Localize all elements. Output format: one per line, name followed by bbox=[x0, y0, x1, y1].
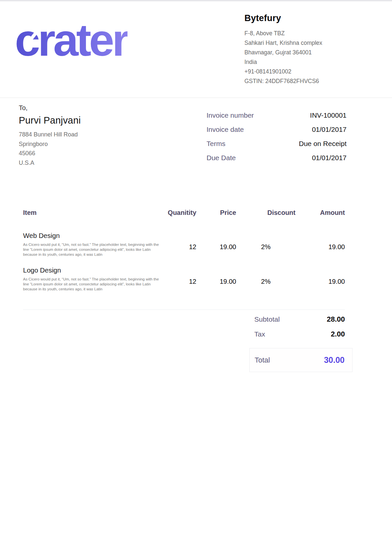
column-header-item: Item bbox=[23, 209, 161, 217]
invoice-number-row: Invoice number INV-100001 bbox=[207, 111, 347, 119]
invoice-page: crater Bytefury F-8, Above TBZ Sahkari H… bbox=[0, 0, 392, 555]
items-table: Item Quanitity Price Discount Amount Web… bbox=[23, 209, 345, 310]
customer-address-line: 45066 bbox=[19, 149, 81, 158]
company-info-block: Bytefury F-8, Above TBZ Sahkari Hart, Kr… bbox=[244, 1, 335, 98]
item-price: 19.00 bbox=[196, 232, 236, 257]
logo-cut-decoration bbox=[136, 35, 153, 55]
customer-name: Purvi Panjvani bbox=[19, 115, 81, 126]
item-amount: 19.00 bbox=[295, 232, 345, 257]
item-cell: Web Design As Cicero would put it, “Um, … bbox=[23, 232, 161, 257]
terms-label: Terms bbox=[207, 140, 225, 148]
due-date-value: 01/01/2017 bbox=[312, 154, 347, 162]
subtotal-label: Subtotal bbox=[254, 315, 280, 323]
crater-logo: crater bbox=[15, 1, 127, 98]
column-header-amount: Amount bbox=[295, 209, 345, 217]
table-row: Web Design As Cicero would put it, “Um, … bbox=[23, 232, 345, 257]
company-gstin: GSTIN: 24DDF7682FHVCS6 bbox=[244, 76, 335, 86]
invoice-meta-block: Invoice number INV-100001 Invoice date 0… bbox=[207, 111, 347, 168]
item-price: 19.00 bbox=[196, 266, 236, 292]
terms-row: Terms Due on Receipt bbox=[207, 140, 347, 148]
to-label: To, bbox=[19, 104, 81, 112]
invoice-date-row: Invoice date 01/01/2017 bbox=[207, 126, 347, 133]
item-name: Logo Design bbox=[23, 266, 161, 274]
item-discount: 2% bbox=[236, 266, 295, 292]
column-header-discount: Discount bbox=[236, 209, 295, 217]
company-address-line: Sahkari Hart, Krishna complex bbox=[244, 38, 335, 48]
tax-row: Tax 2.00 bbox=[249, 330, 352, 338]
company-phone: +91-08141901002 bbox=[244, 67, 335, 76]
subtotal-value: 28.00 bbox=[327, 315, 345, 324]
table-row: Logo Design As Cicero would put it, “Um,… bbox=[23, 266, 345, 292]
item-description: As Cicero would put it, “Um, not so fast… bbox=[23, 242, 161, 257]
company-address-line: F-8, Above TBZ bbox=[244, 29, 335, 38]
company-address-line: Bhavnagar, Gujrat 364001 bbox=[244, 48, 335, 57]
invoice-number-label: Invoice number bbox=[207, 111, 254, 119]
column-header-quantity: Quanitity bbox=[161, 209, 196, 217]
company-address-line: India bbox=[244, 57, 335, 67]
total-label: Total bbox=[255, 356, 270, 365]
total-value: 30.00 bbox=[324, 355, 345, 365]
invoice-number-value: INV-100001 bbox=[310, 111, 347, 119]
items-table-header: Item Quanitity Price Discount Amount bbox=[23, 209, 345, 217]
item-name: Web Design bbox=[23, 232, 161, 240]
column-header-price: Price bbox=[196, 209, 236, 217]
company-name: Bytefury bbox=[244, 13, 335, 23]
totals-block: Subtotal 28.00 Tax 2.00 Total 30.00 bbox=[249, 315, 352, 372]
bill-to-block: To, Purvi Panjvani 7884 Bunnel Hill Road… bbox=[19, 104, 81, 167]
invoice-header: crater Bytefury F-8, Above TBZ Sahkari H… bbox=[0, 1, 392, 98]
due-date-row: Due Date 01/01/2017 bbox=[207, 154, 347, 162]
item-quantity: 12 bbox=[161, 266, 196, 292]
customer-address-line: U.S.A bbox=[19, 158, 81, 168]
subtotal-row: Subtotal 28.00 bbox=[249, 315, 352, 324]
item-discount: 2% bbox=[236, 232, 295, 257]
item-description: As Cicero would put it, “Um, not so fast… bbox=[23, 277, 161, 292]
due-date-label: Due Date bbox=[207, 154, 236, 162]
tax-label: Tax bbox=[254, 330, 265, 338]
tax-value: 2.00 bbox=[331, 330, 345, 338]
item-amount: 19.00 bbox=[295, 266, 345, 292]
customer-address-line: Springboro bbox=[19, 139, 81, 149]
invoice-date-label: Invoice date bbox=[207, 126, 244, 133]
invoice-date-value: 01/01/2017 bbox=[312, 126, 347, 133]
item-cell: Logo Design As Cicero would put it, “Um,… bbox=[23, 266, 161, 292]
item-quantity: 12 bbox=[161, 232, 196, 257]
customer-address-line: 7884 Bunnel Hill Road bbox=[19, 130, 81, 139]
terms-value: Due on Receipt bbox=[299, 140, 347, 148]
total-box: Total 30.00 bbox=[249, 348, 352, 372]
